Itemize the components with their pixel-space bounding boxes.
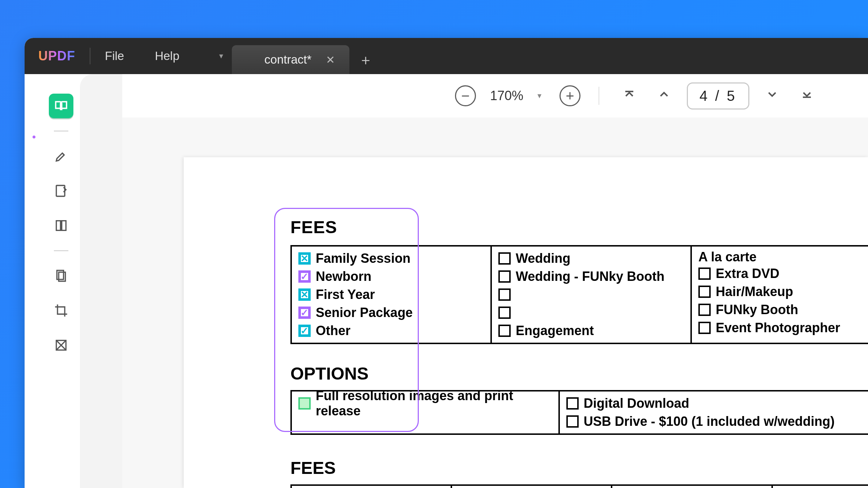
checkbox-label: Digital Download	[584, 396, 689, 411]
checkbox-label: Event Photographer	[716, 320, 840, 335]
checkbox-label: Hair/Makeup	[716, 284, 793, 299]
page-indicator[interactable]: 4 / 5	[687, 82, 749, 110]
checkbox-row: Wedding - FUNky Booth	[498, 267, 684, 286]
checkbox-row: Full resolution images and print release	[298, 394, 552, 412]
tab-title: contract*	[264, 53, 311, 67]
checkbox-row: USB Drive - $100 (1 included w/wedding)	[566, 412, 868, 431]
svg-rect-1	[56, 221, 60, 231]
checkbox-label: Full resolution images and print release	[316, 388, 552, 419]
tool-highlighter[interactable]	[49, 144, 73, 168]
options-grid: Full resolution images and print release…	[290, 390, 868, 435]
checkbox-row: Engagement	[498, 322, 684, 340]
zoom-in-button[interactable]: +	[559, 85, 580, 106]
tool-crop[interactable]	[49, 298, 73, 323]
checkbox[interactable]	[566, 397, 579, 410]
zoom-dropdown-icon[interactable]: ▾	[537, 91, 541, 100]
checkbox-label: First Year	[316, 287, 375, 302]
checkbox[interactable]	[298, 288, 311, 301]
view-toolbar: − 170% ▾ + 4 / 5	[122, 74, 868, 117]
checkbox[interactable]	[298, 252, 311, 265]
checkbox-row: Senior Package	[298, 304, 484, 322]
indicator-dot	[33, 136, 35, 138]
heading-options: OPTIONS	[290, 364, 868, 384]
fee-col-travel: TRAVEL $	[452, 486, 612, 488]
tab-dropdown-icon[interactable]: ▾	[210, 38, 232, 74]
checkbox-row: Family Session	[298, 249, 484, 267]
prev-page-icon[interactable]	[652, 87, 676, 104]
alacarte-heading: A la carte	[698, 249, 868, 265]
checkbox[interactable]	[566, 415, 579, 428]
checkbox[interactable]	[498, 307, 511, 319]
document-viewport[interactable]: FEES Family Session Newborn First Year S…	[122, 117, 868, 488]
tab-contract[interactable]: contract* ✕	[232, 45, 349, 74]
tool-reader[interactable]	[49, 94, 73, 118]
tool-separator	[54, 130, 68, 132]
tool-separator	[54, 250, 68, 251]
new-tab-button[interactable]: ＋	[349, 45, 382, 74]
checkbox-label: Wedding	[516, 251, 570, 266]
checkbox-row: Newborn	[298, 267, 484, 286]
checkbox[interactable]	[698, 286, 711, 298]
checkbox[interactable]	[298, 307, 311, 319]
sidebar-rail	[25, 74, 42, 488]
checkbox-label: Senior Package	[316, 305, 413, 320]
tab-area: ▾ contract* ✕ ＋	[210, 38, 382, 74]
app-window: UPDF File Help ▾ contract* ✕ ＋	[25, 38, 868, 488]
fees-col-2: Wedding Wedding - FUNky Booth Engagement	[492, 247, 692, 343]
fee-col-other: OTHER $	[773, 486, 868, 488]
tool-page-layout[interactable]	[49, 213, 73, 238]
checkbox-label: Family Session	[316, 251, 410, 266]
checkbox[interactable]	[498, 252, 511, 265]
zoom-value[interactable]: 170%	[487, 88, 527, 103]
checkbox[interactable]	[298, 397, 311, 410]
tool-redact[interactable]	[49, 333, 73, 358]
checkbox-label: Extra DVD	[716, 266, 779, 281]
menu-file[interactable]: File	[105, 49, 124, 63]
checkbox[interactable]	[698, 304, 711, 316]
checkbox[interactable]	[698, 322, 711, 334]
checkbox-row: Event Photographer	[698, 319, 868, 337]
menu-help[interactable]: Help	[155, 49, 179, 63]
pdf-page[interactable]: FEES Family Session Newborn First Year S…	[184, 157, 868, 488]
checkbox-label: Other	[316, 323, 350, 338]
panel-strip	[80, 74, 122, 488]
checkbox-label: Wedding - FUNky Booth	[516, 269, 664, 284]
checkbox-row: FUNky Booth	[698, 301, 868, 319]
options-col-2: Digital Download USB Drive - $100 (1 inc…	[560, 391, 868, 433]
checkbox-label: Engagement	[516, 323, 594, 338]
tool-edit-text[interactable]	[49, 179, 73, 203]
heading-fees: FEES	[290, 217, 868, 237]
checkbox-row: Other	[298, 322, 484, 340]
toolbar-separator	[599, 87, 599, 105]
title-bar: UPDF File Help ▾ contract* ✕ ＋	[25, 38, 868, 74]
checkbox[interactable]	[698, 267, 711, 280]
checkbox[interactable]	[498, 325, 511, 337]
titlebar-separator	[90, 48, 90, 64]
heading-fees-2: FEES	[290, 458, 868, 478]
checkbox-row	[498, 304, 684, 322]
checkbox-row: Wedding	[498, 249, 684, 267]
checkbox-row: Extra DVD	[698, 265, 868, 283]
checkbox[interactable]	[298, 325, 311, 337]
next-page-icon[interactable]	[760, 87, 784, 104]
fees-amount-grid: SESSION FEE $ TRAVEL $ RETAINER $ OTHER …	[290, 484, 868, 488]
last-page-icon[interactable]	[795, 87, 819, 104]
fee-col-session: SESSION FEE $	[292, 486, 452, 488]
zoom-out-button[interactable]: −	[455, 85, 476, 106]
close-icon[interactable]: ✕	[326, 53, 335, 66]
left-sidebar	[25, 74, 122, 488]
svg-rect-0	[56, 185, 64, 196]
tool-organize[interactable]	[49, 264, 73, 288]
checkbox-label: Newborn	[316, 269, 371, 284]
fees-col-1: Family Session Newborn First Year Senior…	[292, 247, 492, 343]
fee-col-retainer: RETAINER $	[612, 486, 773, 488]
checkbox-row	[498, 286, 684, 304]
app-logo: UPDF	[38, 48, 75, 64]
checkbox-row: Digital Download	[566, 394, 868, 412]
checkbox[interactable]	[498, 288, 511, 301]
first-page-icon[interactable]	[617, 87, 641, 104]
checkbox[interactable]	[298, 270, 311, 283]
fees-col-3: A la carte Extra DVD Hair/Makeup FUNky B…	[692, 247, 868, 343]
tool-rail	[42, 74, 80, 488]
checkbox[interactable]	[498, 270, 511, 283]
